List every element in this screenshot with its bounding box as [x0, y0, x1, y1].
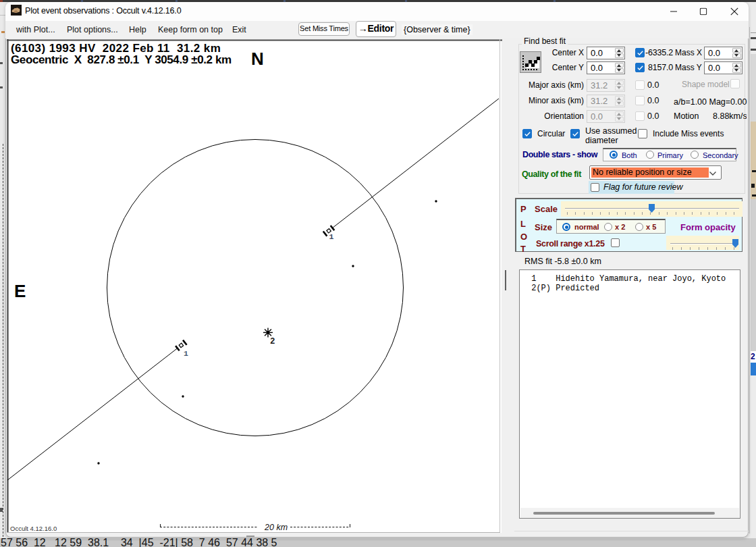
both-radio[interactable] [610, 151, 618, 159]
editor-button[interactable]: →Editor [356, 21, 396, 37]
include-miss-checkbox[interactable] [638, 129, 647, 138]
minor-axis-spinner[interactable]: 31.2 [587, 95, 625, 107]
spinner-down-button[interactable] [615, 68, 624, 73]
mass-x-spinner-buttons[interactable] [732, 48, 741, 58]
scale-slider-ticks [567, 212, 740, 215]
app-window: Plot event observations : Occult v.4.12.… [5, 2, 749, 538]
plot-settings-panel: P L O T Scale Size normal x 2 x 5 Form o… [515, 198, 742, 252]
spinner-up-button[interactable] [615, 96, 624, 101]
background-right-shadow [749, 27, 750, 533]
observer-row-2[interactable]: 2(P) Predicted [526, 284, 599, 293]
spinner-down-button[interactable] [732, 68, 741, 73]
scale-slider[interactable] [561, 201, 742, 217]
menu-item-with-plot[interactable]: with Plot... [16, 25, 55, 36]
secondary-radio[interactable] [691, 151, 699, 159]
flag-review-checkbox[interactable] [591, 183, 599, 192]
orientation-spinner[interactable]: 0.0 [587, 110, 625, 123]
background-right-line [751, 32, 756, 33]
observer-row-1[interactable]: 1 Hidehito Yamamura, near Joyo, Kyoto [526, 274, 726, 284]
plot-panel-letter-p: P [520, 204, 529, 214]
background-right-blue-bar [751, 363, 756, 375]
size-normal-radio[interactable] [562, 223, 570, 231]
background-right-gray [751, 199, 756, 351]
size-x5-radio[interactable] [635, 223, 643, 231]
menu-item-keep-form-on-top[interactable]: Keep form on top [158, 25, 223, 36]
circular-checkbox[interactable] [522, 129, 532, 138]
background-left-chip [0, 508, 3, 512]
spinner-up-button[interactable] [615, 80, 624, 85]
size-radio-group: normal x 2 x 5 [556, 219, 666, 234]
center-x-label: Center X [530, 47, 584, 59]
mass-x-label: Mass X [675, 47, 702, 59]
center-x-spinner[interactable]: 0.0 [587, 47, 625, 59]
minimize-button[interactable] [659, 2, 688, 21]
motion-label: Motion [674, 110, 699, 123]
background-bottom-text: 57 56 12 12 59 38.1 34 |45 -21| 58 7 46 … [1, 538, 277, 547]
mass-x-value: 0.0 [708, 48, 720, 58]
spinner-down-button[interactable] [615, 101, 624, 106]
mass-x-spinner[interactable]: 0.0 [704, 47, 742, 59]
chord-a-label: 1 [329, 232, 334, 241]
shape-model-label: Shape model [682, 79, 730, 91]
background-speck [405, 1, 407, 1]
close-button[interactable] [720, 2, 749, 21]
spinner-up-button[interactable] [615, 63, 624, 68]
plot-dot [182, 395, 184, 397]
form-opacity-slider-track [670, 243, 735, 244]
spinner-down-button[interactable] [732, 53, 741, 58]
size-x2-radio[interactable] [604, 223, 612, 231]
menu-item-plot-options[interactable]: Plot options... [67, 25, 118, 36]
center-y-spinner-buttons[interactable] [615, 63, 624, 73]
form-opacity-slider-ticks [672, 247, 736, 250]
background-left-dashed-line [3, 144, 3, 537]
spinner-up-button[interactable] [732, 63, 741, 68]
observer-list[interactable]: 1 Hidehito Yamamura, near Joyo, Kyoto 2(… [519, 269, 740, 519]
center-x-spinner-buttons[interactable] [615, 48, 624, 58]
resize-grip-dash [246, 536, 254, 537]
plot-panel-letter-o: O [520, 232, 529, 242]
observer-list-scrollbar-thumb[interactable] [533, 512, 715, 515]
size-label: Size [535, 222, 552, 232]
spinner-up-button[interactable] [615, 48, 624, 53]
major-axis-label: Major axis (km) [510, 79, 584, 91]
mass-y-spinner[interactable]: 0.0 [704, 61, 742, 74]
center-x-value: 0.0 [591, 48, 603, 58]
menu-item-help[interactable]: Help [129, 25, 146, 36]
form-opacity-slider[interactable] [666, 236, 739, 250]
app-icon [11, 5, 22, 16]
occultation-plot[interactable]: (6103) 1993 HV 2022 Feb 11 31.2 km Geoce… [7, 39, 502, 535]
splitter-handle[interactable] [505, 270, 506, 290]
background-right-bit [752, 170, 756, 172]
major-axis-spinner[interactable]: 31.2 [587, 79, 625, 92]
mass-y-spinner-buttons[interactable] [732, 63, 741, 73]
plot-background [7, 39, 502, 533]
major-axis-spinner-buttons [615, 80, 624, 90]
spinner-down-button[interactable] [615, 117, 624, 122]
major-axis-check-value: 0.0 [647, 79, 659, 92]
observer-list-scrollbar[interactable] [520, 508, 739, 518]
size-normal-label: normal [574, 222, 599, 232]
plot-dot [352, 265, 354, 267]
background-right-bit [752, 194, 756, 197]
rms-fit-label: RMS fit -5.8 ±0.0 km [524, 257, 601, 266]
center-y-label: Center Y [530, 61, 584, 74]
spinner-up-button[interactable] [615, 111, 624, 116]
chord-b-label: 1 [184, 349, 188, 358]
predicted-star-label: 2 [270, 337, 275, 346]
quality-combobox[interactable]: No reliable position or size [589, 165, 722, 180]
spinner-down-button[interactable] [615, 86, 624, 90]
use-assumed-checkbox[interactable] [570, 129, 580, 138]
minor-axis-checkbox [635, 96, 645, 105]
background-left-line [0, 15, 5, 16]
spinner-down-button[interactable] [615, 53, 624, 58]
center-y-spinner[interactable]: 0.0 [587, 61, 625, 74]
scroll-range-checkbox[interactable] [611, 238, 620, 247]
maximize-button[interactable] [688, 2, 718, 21]
primary-radio[interactable] [646, 151, 654, 159]
observer-time-label: {Observer & time} [402, 24, 473, 35]
spinner-up-button[interactable] [732, 48, 741, 53]
minor-axis-check-value: 0.0 [647, 95, 659, 107]
minor-axis-value: 31.2 [591, 96, 608, 106]
menu-item-exit[interactable]: Exit [232, 25, 246, 36]
set-miss-times-button[interactable]: Set Miss Times [298, 22, 350, 36]
